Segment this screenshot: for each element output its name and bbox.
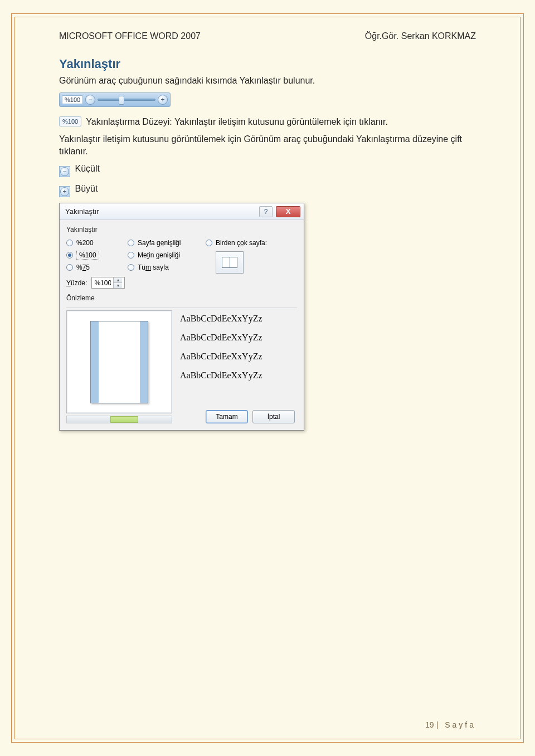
plus-icon: +	[60, 187, 69, 196]
sample-text-3: AaBbCcDdEeXxYyZz	[180, 352, 295, 362]
radio-icon	[128, 240, 134, 246]
radio-icon	[66, 240, 73, 246]
sample-text-4: AaBbCcDdEeXxYyZz	[180, 370, 295, 381]
preview-group-label: Önizleme	[66, 294, 297, 302]
buyut-row: + Büyüt	[59, 183, 476, 197]
sample-text-2: AaBbCcDdEeXxYyZz	[180, 333, 295, 343]
header-right: Öğr.Gör. Serkan KORKMAZ	[365, 31, 476, 41]
page-footer: 19| Sayfa	[425, 720, 476, 729]
zoom-in-button[interactable]: +	[158, 95, 168, 105]
paragraph-3: Yakınlaştır iletişim kutusunu görüntülem…	[59, 133, 476, 157]
zoom-slider-track[interactable]	[98, 99, 155, 101]
radio-whole-page-label: Tüm sayfa	[138, 264, 169, 271]
kucult-label: Küçült	[75, 164, 99, 173]
percent-label: Yüzde:	[66, 279, 87, 287]
header-left: MICROSOFT OFFICE WORD 2007	[59, 31, 201, 41]
minus-icon-box: −	[59, 166, 70, 177]
dialog-titlebar: Yakınlaştır ? X	[60, 203, 304, 220]
dialog-close-button[interactable]: X	[276, 206, 300, 217]
pages-icon	[222, 257, 237, 268]
footer-word: Sayfa	[445, 720, 476, 729]
sample-text-1: AaBbCcDdEeXxYyZz	[180, 314, 295, 324]
radio-100-label: %100	[76, 251, 99, 260]
zoom-dialog: Yakınlaştır ? X Yakınlaştır %200 %100	[59, 203, 304, 431]
dialog-title: Yakınlaştır	[65, 207, 99, 216]
cancel-button[interactable]: İptal	[252, 410, 295, 423]
percent-row: Yüzde: ▲ ▼	[66, 277, 297, 289]
footer-sep: |	[436, 720, 441, 729]
preview-frame	[66, 310, 172, 413]
radio-text-width[interactable]: Metin genişliği	[128, 249, 206, 261]
radio-text-width-label: Metin genişliği	[138, 251, 180, 259]
zoom-slider-widget: %100 − +	[59, 92, 171, 107]
radio-200-label: %200	[76, 239, 94, 247]
zoom-group-label: Yakınlaştır	[66, 226, 297, 233]
zoom-out-button[interactable]: −	[85, 95, 95, 105]
dialog-help-button[interactable]: ?	[259, 206, 273, 217]
radio-page-width[interactable]: Sayfa genişliği	[128, 237, 206, 249]
radio-icon	[66, 264, 73, 271]
percent-input[interactable]	[92, 277, 113, 288]
radio-75[interactable]: %75	[66, 261, 128, 274]
radio-100[interactable]: %100	[66, 249, 128, 261]
kucult-row: − Küçült	[59, 163, 476, 177]
radio-icon	[128, 252, 134, 258]
paragraph-1: Görünüm araç çubuğunun sağındaki kısımda…	[59, 75, 476, 87]
percent-spinner[interactable]: ▲ ▼	[91, 277, 125, 289]
radio-icon	[66, 252, 73, 258]
multi-page-picker[interactable]	[216, 251, 244, 274]
page-number: 19	[425, 720, 434, 729]
zoom-percent-label[interactable]: %100	[62, 95, 83, 104]
zoom-slider-thumb[interactable]	[119, 96, 124, 105]
plus-icon-box: +	[59, 186, 70, 197]
preview-page-icon	[90, 321, 148, 403]
paragraph-2-wrap: %100 Yakınlaştırma Düzeyi: Yakınlaştır i…	[59, 116, 476, 128]
minus-icon: −	[60, 167, 69, 176]
radio-icon	[128, 264, 134, 271]
page-header: MICROSOFT OFFICE WORD 2007 Öğr.Gör. Serk…	[59, 31, 476, 41]
preview-scrollbar	[66, 416, 172, 423]
zoom-percent-icon: %100	[59, 116, 81, 127]
paragraph-2: Yakınlaştırma Düzeyi: Yakınlaştır iletiş…	[86, 117, 388, 126]
radio-multi-page[interactable]: Birden çok sayfa:	[206, 237, 297, 249]
spinner-down[interactable]: ▼	[114, 283, 122, 288]
section-title: Yakınlaştır	[59, 57, 476, 71]
buyut-label: Büyüt	[75, 184, 98, 193]
radio-page-width-label: Sayfa genişliği	[138, 239, 181, 247]
radio-multi-page-label: Birden çok sayfa:	[216, 239, 267, 247]
preview-scroll-handle	[110, 416, 138, 423]
radio-200[interactable]: %200	[66, 237, 128, 249]
ok-button[interactable]: Tamam	[206, 410, 248, 423]
radio-whole-page[interactable]: Tüm sayfa	[128, 261, 206, 274]
spinner-up[interactable]: ▲	[114, 277, 122, 283]
radio-icon	[206, 240, 212, 246]
radio-75-label: %75	[76, 264, 90, 271]
